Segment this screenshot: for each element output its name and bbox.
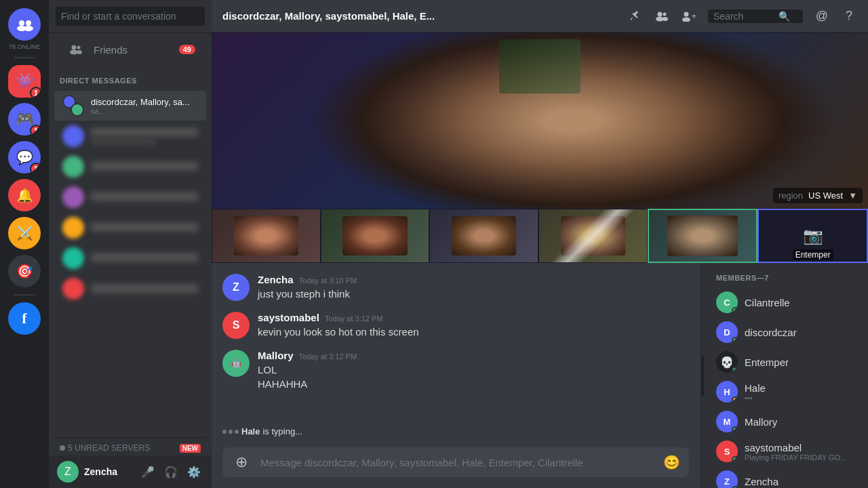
dm-item-2[interactable] <box>54 121 206 151</box>
chat-area: Z Zencha Today at 3:10 PM just you steph… <box>212 263 700 488</box>
member-item-cilantrelle[interactable]: C Cilantrelle <box>711 287 863 317</box>
msg-header-3: Mallory Today at 3:12 PM <box>258 350 689 361</box>
member-name-saystomabel: saystomabel <box>745 442 802 453</box>
dm-name-4 <box>91 192 198 201</box>
msg-avatar-saystomabel: S <box>222 312 250 339</box>
dm-group-avatar <box>62 95 84 117</box>
dm-search-input[interactable] <box>56 7 205 26</box>
search-box: 🔍 <box>708 9 803 23</box>
thumb-label-6: Entemper <box>793 249 833 260</box>
member-avatar-saystomabel: S <box>716 441 738 462</box>
dm-item-7[interactable] <box>54 274 206 304</box>
typing-dot-3 <box>235 430 239 434</box>
message-3: 🤖 Mallory Today at 3:12 PM LOLHAHAHHA <box>222 350 689 391</box>
svg-point-5 <box>77 46 81 49</box>
members-icon[interactable] <box>654 8 670 24</box>
header-icons: + 🔍 @ ? <box>627 8 857 24</box>
svg-point-13 <box>684 12 689 16</box>
dm-section-header: DIRECT MESSAGES <box>49 66 212 87</box>
main-header: discordczar, Mallory, saystomabel, Hale,… <box>212 0 868 33</box>
current-user-avatar: Z <box>57 461 79 483</box>
member-item-discordczar[interactable]: D discordczar <box>711 317 863 347</box>
dm-avatar-5 <box>62 217 84 239</box>
dm-avatar-6 <box>62 247 84 269</box>
region-label: region <box>778 190 803 201</box>
dm-user-area: Z Zencha 🎤 🎧 ⚙️ <box>49 455 212 488</box>
member-item-hale[interactable]: H Hale ••• <box>711 377 863 407</box>
dm-name-3 <box>91 162 198 170</box>
dm-item-6[interactable] <box>54 243 206 273</box>
server-icon-3[interactable]: 💬 1 <box>8 141 41 174</box>
chevron-down-icon[interactable]: ▼ <box>848 190 857 201</box>
dm-item-5[interactable] <box>54 213 206 243</box>
member-item-zencha[interactable]: Z Zencha <box>711 466 863 488</box>
channel-title: discordczar, Mallory, saystomabel, Hale,… <box>222 10 618 22</box>
thumbnail-3[interactable] <box>429 209 538 263</box>
thumbnail-4[interactable] <box>538 209 648 263</box>
server-badge-1: 1 <box>30 87 41 98</box>
pin-icon[interactable] <box>627 8 643 24</box>
deafen-button[interactable]: 🎧 <box>161 462 180 481</box>
thumbnail-1[interactable] <box>212 209 321 263</box>
message-1: Z Zencha Today at 3:10 PM just you steph… <box>222 274 689 301</box>
dm-item-3[interactable] <box>54 152 206 182</box>
dm-controls: 🎤 🎧 ⚙️ <box>138 462 203 481</box>
dm-avatar-7 <box>62 278 84 300</box>
at-icon[interactable]: @ <box>814 8 830 24</box>
thumbnail-row: 📷 Entemper <box>212 209 868 263</box>
add-attachment-button[interactable]: ⊕ <box>228 447 255 477</box>
video-area: region US West ▼ <box>212 33 868 263</box>
mute-button[interactable]: 🎤 <box>138 462 157 481</box>
dm-item-4[interactable] <box>54 182 206 212</box>
add-friend-icon[interactable]: + <box>681 8 697 24</box>
member-item-saystomabel[interactable]: S saystomabel Playing FRIDAY FRIDAY GO..… <box>711 436 863 466</box>
help-icon[interactable]: ? <box>841 8 857 24</box>
msg-text-3: LOLHAHAHHA <box>258 363 689 391</box>
msg-text-2: kevin you look so hot on this screen <box>258 325 689 339</box>
msg-timestamp-1: Today at 3:10 PM <box>299 277 357 285</box>
server-icon-1[interactable]: 👾 1 <box>8 65 41 98</box>
server-icon-6[interactable]: 🎯 <box>8 255 41 287</box>
dm-sidebar: Friends 49 DIRECT MESSAGES discordczar, … <box>49 0 212 488</box>
server-icon-5[interactable]: ⚔️ <box>8 217 41 249</box>
svg-point-14 <box>682 17 690 22</box>
home-button[interactable] <box>8 8 41 41</box>
online-count: 78 ONLINE <box>9 43 40 50</box>
thumbnail-2[interactable] <box>321 209 430 263</box>
thumbnail-6[interactable]: 📷 Entemper <box>757 209 868 263</box>
friends-label: Friends <box>94 44 127 56</box>
member-item-entemper[interactable]: 💀 Entemper <box>711 347 863 377</box>
server-icon-4[interactable]: 🔔 <box>8 179 41 211</box>
member-avatar-hale: H <box>716 381 738 403</box>
server-sidebar: 78 ONLINE 👾 1 🎮 1 💬 1 🔔 ⚔️ 🎯 f <box>0 0 49 488</box>
typing-dots <box>222 430 239 434</box>
search-input[interactable] <box>713 11 774 22</box>
settings-button[interactable]: ⚙️ <box>184 462 203 481</box>
status-dot-hale <box>732 396 738 403</box>
msg-timestamp-3: Today at 3:12 PM <box>299 352 357 361</box>
svg-point-9 <box>658 12 663 16</box>
server-badge-3: 1 <box>30 163 41 174</box>
msg-username-zencha: Zencha <box>258 274 294 285</box>
main-video: region US West ▼ <box>212 33 868 209</box>
server-icon-fb[interactable]: f <box>8 302 41 335</box>
message-input[interactable] <box>260 449 654 476</box>
dm-item-active[interactable]: discordczar, Mallory, sa... sa... <box>54 91 206 121</box>
server-icon-2[interactable]: 🎮 1 <box>8 103 41 136</box>
current-user-name: Zencha <box>84 466 117 477</box>
member-item-mallory[interactable]: M Mallory <box>711 407 863 436</box>
member-sub-saystomabel: Playing FRIDAY FRIDAY GO... <box>745 453 846 462</box>
camera-off-icon: 📷 <box>803 226 823 245</box>
dm-avatar-2 <box>62 125 84 147</box>
member-name-hale: Hale <box>745 382 766 394</box>
server-separator <box>14 57 35 58</box>
thumbnail-5[interactable] <box>648 209 758 263</box>
status-dot-mallory <box>732 426 738 432</box>
region-value: US West <box>808 190 843 201</box>
scrollbar[interactable] <box>701 355 704 396</box>
emoji-button[interactable]: 😊 <box>659 447 684 477</box>
typing-indicator: Hale is typing... <box>212 424 700 442</box>
friends-item[interactable]: Friends 49 <box>54 33 206 66</box>
msg-header-1: Zencha Today at 3:10 PM <box>258 274 689 285</box>
member-avatar-entemper: 💀 <box>716 351 738 373</box>
